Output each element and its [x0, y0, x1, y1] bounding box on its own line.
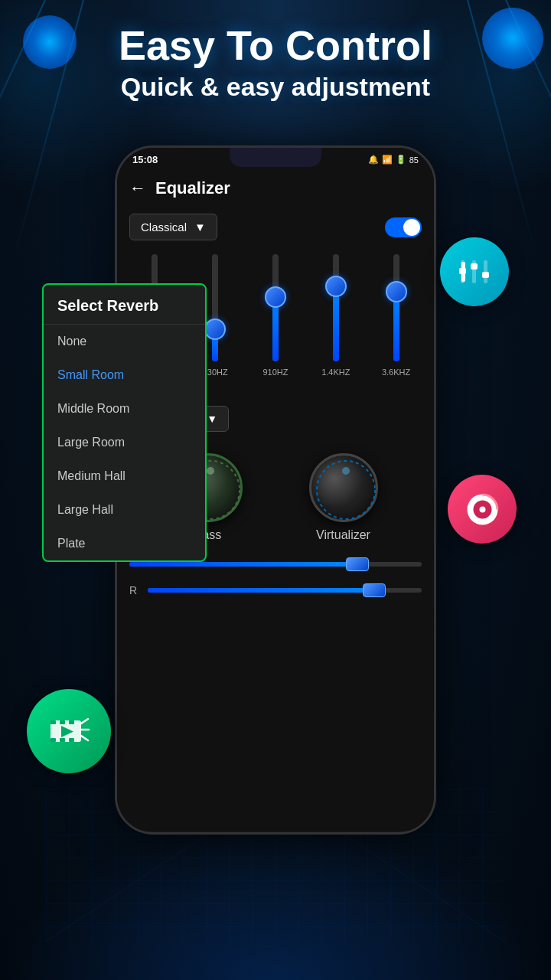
reverb-chevron-icon: ▼ — [207, 413, 217, 425]
eq-rail-3 — [333, 254, 339, 361]
sub-title: Quick & easy adjustment — [15, 72, 536, 102]
preset-label: Classical — [141, 220, 187, 234]
battery-icon: 🔋 — [396, 155, 406, 165]
reverb-option-large-hall[interactable]: Large Hall — [44, 493, 205, 527]
svg-rect-17 — [482, 272, 489, 278]
eq-rail-2 — [272, 254, 279, 361]
eq-track-4: 3.6KHZ — [370, 254, 422, 392]
reverb-popup: Select Reverb None Small Room Middle Roo… — [42, 283, 207, 562]
chevron-down-icon: ▼ — [194, 220, 206, 234]
status-icons: 🔔 📶 🔋 85 — [368, 155, 419, 165]
eq-rail-4 — [393, 254, 399, 361]
bottom-glow — [0, 827, 551, 980]
slider-2-fill — [148, 588, 380, 593]
svg-rect-27 — [69, 738, 74, 742]
eq-thumb-1[interactable] — [204, 318, 226, 340]
float-music-icon[interactable] — [448, 475, 517, 544]
svg-rect-22 — [51, 720, 56, 724]
svg-line-31 — [81, 736, 88, 740]
eq-label-2: 910HZ — [262, 368, 288, 377]
eq-track-3: 1.4KHZ — [310, 254, 361, 392]
svg-rect-23 — [60, 720, 65, 724]
header-section: Easy To Control Quick & easy adjustment — [0, 0, 551, 117]
virtualizer-group: Virtualizer — [309, 453, 378, 542]
eq-thumb-3[interactable] — [325, 276, 347, 297]
app-title: Equalizer — [155, 178, 230, 198]
slider-2[interactable] — [148, 588, 422, 593]
reverb-option-none[interactable]: None — [44, 325, 205, 358]
svg-rect-24 — [69, 720, 74, 724]
svg-point-6 — [207, 467, 214, 475]
slider-1-fill — [129, 562, 364, 567]
svg-point-20 — [479, 506, 485, 512]
svg-rect-26 — [60, 738, 65, 742]
eq-thumb-4[interactable] — [386, 281, 407, 302]
notch — [230, 148, 321, 167]
slider-1-thumb[interactable] — [346, 557, 369, 571]
wifi-icon: 📶 — [382, 155, 393, 165]
reverb-option-medium-hall[interactable]: Medium Hall — [44, 459, 205, 493]
float-video-icon[interactable] — [27, 689, 111, 773]
bell-icon: 🔔 — [368, 155, 379, 165]
reverb-option-middle-room[interactable]: Middle Room — [44, 392, 205, 426]
eq-thumb-2[interactable] — [265, 286, 286, 308]
eq-track-2: 910HZ — [250, 254, 302, 392]
reverb-option-small-room[interactable]: Small Room — [44, 358, 205, 392]
eq-label-3: 1.4KHZ — [321, 368, 350, 377]
svg-rect-25 — [51, 738, 56, 742]
preset-toggle[interactable] — [385, 217, 422, 237]
reverb-option-plate[interactable]: Plate — [44, 527, 205, 560]
reverb-popup-title: Select Reverb — [44, 285, 205, 325]
svg-rect-15 — [459, 268, 466, 274]
app-header: ← Equalizer — [117, 169, 434, 207]
preset-dropdown[interactable]: Classical ▼ — [129, 214, 217, 240]
svg-line-29 — [81, 719, 88, 724]
slider-2-label: R — [129, 584, 142, 596]
eq-rail-1 — [212, 254, 218, 361]
virtualizer-knob[interactable] — [309, 453, 378, 522]
svg-rect-16 — [471, 263, 478, 270]
battery-pct: 85 — [409, 155, 419, 165]
back-button[interactable]: ← — [129, 178, 146, 198]
slider-row-2: R — [117, 579, 434, 605]
status-time: 15:08 — [132, 154, 158, 165]
slider-2-thumb[interactable] — [363, 583, 386, 597]
svg-point-8 — [342, 467, 350, 475]
main-title: Easy To Control — [15, 23, 536, 68]
eq-fill-3 — [333, 286, 339, 361]
reverb-option-large-room[interactable]: Large Room — [44, 426, 205, 459]
virtualizer-label: Virtualizer — [316, 528, 370, 542]
slider-1[interactable] — [129, 562, 422, 567]
preset-row: Classical ▼ — [117, 207, 434, 247]
float-eq-icon[interactable] — [440, 237, 509, 306]
eq-label-4: 3.6KHZ — [382, 368, 410, 377]
